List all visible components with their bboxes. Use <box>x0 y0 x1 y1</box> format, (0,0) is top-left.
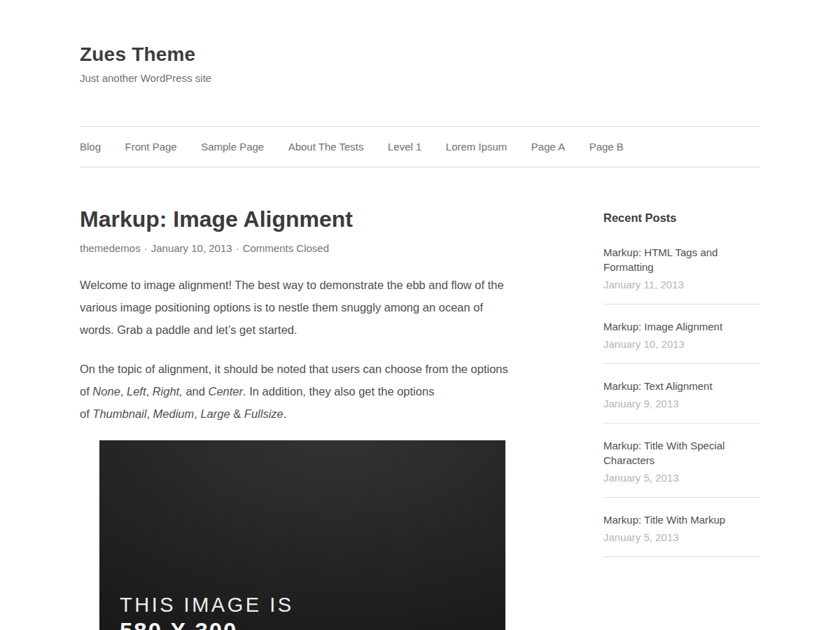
recent-post-item: Markup: Title With Special Characters Ja… <box>603 438 760 498</box>
placeholder-caption: THIS IMAGE IS 580 X 300 <box>120 594 294 630</box>
recent-post-link[interactable]: Markup: Image Alignment <box>603 319 760 334</box>
recent-post-date: January 10, 2013 <box>603 337 760 351</box>
nav-item-sample-page[interactable]: Sample Page <box>201 141 264 153</box>
paragraph-1-line: Welcome to image alignment! The best way… <box>80 274 525 296</box>
meta-separator: · <box>144 242 148 254</box>
paragraph-1: Welcome to image alignment! The best way… <box>80 274 525 341</box>
recent-posts-list: Markup: HTML Tags and Formatting January… <box>603 245 760 557</box>
placeholder-image-580x300: THIS IMAGE IS 580 X 300 <box>99 440 505 630</box>
site-header: Zues Theme Just another WordPress site <box>80 43 760 84</box>
nav-item-page-b[interactable]: Page B <box>589 141 624 153</box>
recent-post-date: January 9, 2013 <box>603 396 760 411</box>
nav-item-level-1[interactable]: Level 1 <box>388 141 421 153</box>
nav-item-page-a[interactable]: Page A <box>531 141 565 153</box>
paragraph-2-line: of Thumbnail, Medium, Large & Fullsize. <box>80 402 525 425</box>
paragraph-2: On the topic of alignment, it should be … <box>80 358 525 425</box>
paragraph-2-line: On the topic of alignment, it should be … <box>80 358 525 380</box>
page: Zues Theme Just another WordPress site B… <box>80 0 760 630</box>
post-author-link[interactable]: themedemos <box>80 242 141 254</box>
nav-item-about-the-tests[interactable]: About The Tests <box>288 141 364 153</box>
sidebar: Recent Posts Markup: HTML Tags and Forma… <box>603 206 760 630</box>
nav-item-lorem-ipsum[interactable]: Lorem Ipsum <box>446 141 507 153</box>
post-title: Markup: Image Alignment <box>80 206 525 232</box>
recent-post-link[interactable]: Markup: HTML Tags and Formatting <box>603 245 760 274</box>
nav-item-front-page[interactable]: Front Page <box>125 141 176 153</box>
post-body: Welcome to image alignment! The best way… <box>80 274 525 630</box>
recent-post-date: January 11, 2013 <box>603 277 760 292</box>
paragraph-1-line: various image positioning options is to … <box>80 296 525 318</box>
content-area: Markup: Image Alignment themedemos·Janua… <box>80 206 760 630</box>
recent-post-date: January 5, 2013 <box>603 530 760 545</box>
placeholder-caption-line2: 580 X 300 <box>120 618 294 630</box>
site-title-link[interactable]: Zues Theme <box>80 43 195 66</box>
recent-post-item: Markup: HTML Tags and Formatting January… <box>603 245 760 304</box>
nav-item-blog[interactable]: Blog <box>80 141 101 153</box>
post-article: Markup: Image Alignment themedemos·Janua… <box>80 206 525 630</box>
recent-post-item: Markup: Image Alignment January 10, 2013 <box>603 319 760 364</box>
comments-status: Comments Closed <box>243 242 329 254</box>
site-tagline: Just another WordPress site <box>80 72 760 84</box>
main-nav: Blog Front Page Sample Page About The Te… <box>80 126 760 167</box>
meta-separator: · <box>236 242 239 254</box>
recent-post-link[interactable]: Markup: Text Alignment <box>603 379 760 393</box>
recent-post-item: Markup: Text Alignment January 9, 2013 <box>603 379 760 424</box>
post-date: January 10, 2013 <box>151 242 232 254</box>
recent-post-link[interactable]: Markup: Title With Special Characters <box>603 438 760 468</box>
paragraph-1-line: words. Grab a paddle and let’s get start… <box>80 318 525 341</box>
recent-post-item: Markup: Title With Markup January 5, 201… <box>603 512 760 557</box>
paragraph-2-line: of None, Left, Right, and Center. In add… <box>80 380 525 402</box>
post-meta: themedemos·January 10, 2013·Comments Clo… <box>80 242 525 254</box>
recent-posts-heading: Recent Posts <box>603 211 760 225</box>
placeholder-caption-line1: THIS IMAGE IS <box>120 594 294 617</box>
recent-post-link[interactable]: Markup: Title With Markup <box>603 512 760 527</box>
recent-post-date: January 5, 2013 <box>603 470 760 485</box>
